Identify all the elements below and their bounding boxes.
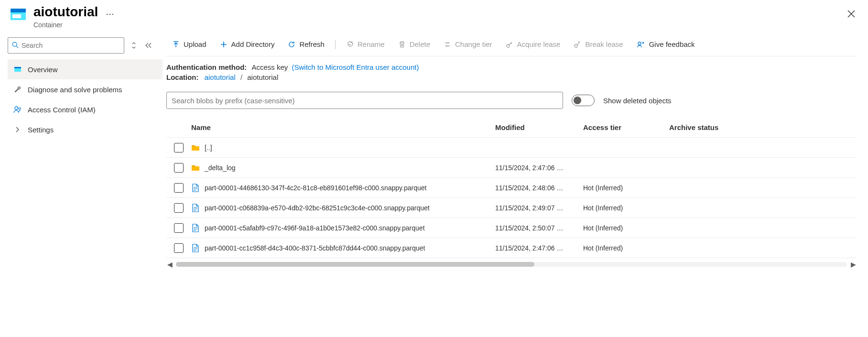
break-lease-button: Break lease — [568, 37, 629, 51]
row-modified: 11/15/2024, 2:47:06 … — [495, 244, 583, 252]
show-deleted-label: Show deleted objects — [603, 97, 672, 105]
toggle-knob — [574, 97, 581, 104]
svg-point-8 — [19, 108, 21, 109]
svg-rect-2 — [12, 14, 21, 18]
file-icon — [191, 244, 200, 252]
table-row[interactable]: part-00001-cc1c958f-d4c3-400c-8371-5cbbf… — [166, 238, 857, 258]
lease-icon — [506, 41, 513, 48]
svg-point-3 — [12, 42, 17, 46]
page-subtitle: Container — [33, 21, 98, 29]
breadcrumb-root[interactable]: aiotutorial — [205, 73, 236, 81]
upload-button[interactable]: Upload — [166, 37, 212, 51]
folder-icon — [191, 143, 200, 152]
table-row[interactable]: _delta_log11/15/2024, 2:47:06 … — [166, 158, 857, 178]
row-checkbox[interactable] — [174, 143, 184, 152]
row-checkbox[interactable] — [174, 223, 184, 233]
toolbar-label: Change tier — [455, 40, 492, 48]
row-tier: Hot (Inferred) — [583, 204, 669, 212]
col-header-tier[interactable]: Access tier — [583, 123, 669, 131]
scroll-thumb[interactable] — [176, 262, 534, 267]
trash-icon — [398, 41, 406, 48]
svg-rect-5 — [14, 67, 21, 68]
scroll-right-icon[interactable]: ▶ — [850, 261, 857, 268]
give-feedback-button[interactable]: Give feedback — [631, 37, 701, 51]
acquire-lease-button: Acquire lease — [500, 37, 566, 51]
horizontal-scrollbar[interactable]: ◀ ▶ — [166, 261, 857, 268]
sidebar-item-overview[interactable]: Overview — [8, 59, 163, 79]
table-row[interactable]: [..] — [166, 138, 857, 158]
sidebar-search[interactable] — [8, 37, 124, 54]
auth-method-label: Authentication method: — [166, 63, 247, 71]
row-modified: 11/15/2024, 2:48:06 … — [495, 184, 583, 192]
more-button[interactable]: ⋯ — [106, 9, 115, 19]
close-button[interactable] — [847, 10, 856, 20]
row-name: part-00001-cc1c958f-d4c3-400c-8371-5cbbf… — [205, 244, 425, 252]
scroll-left-icon[interactable]: ◀ — [166, 261, 173, 268]
row-checkbox[interactable] — [174, 183, 184, 193]
upload-icon — [172, 41, 180, 48]
file-icon — [191, 184, 200, 192]
toolbar-label: Add Directory — [231, 40, 275, 48]
row-name: part-00001-c5afabf9-c97c-496f-9a18-a1b0e… — [205, 224, 425, 232]
swap-icon — [444, 41, 451, 48]
sidebar-search-input[interactable] — [22, 42, 120, 49]
row-tier: Hot (Inferred) — [583, 184, 669, 192]
sidebar-item-diagnose[interactable]: Diagnose and solve problems — [8, 79, 163, 99]
search-icon — [12, 42, 19, 50]
svg-rect-0 — [11, 9, 26, 12]
sidebar: Overview Diagnose and solve problems Acc… — [0, 37, 163, 140]
svg-line-4 — [16, 46, 18, 48]
sidebar-item-settings[interactable]: Settings — [8, 120, 163, 140]
col-header-name[interactable]: Name — [189, 123, 495, 131]
collapse-sidebar-icon[interactable] — [143, 41, 153, 50]
toolbar-label: Acquire lease — [517, 40, 561, 48]
page-title: aiotutorial — [33, 4, 98, 20]
svg-point-7 — [15, 107, 18, 109]
folder-icon — [191, 163, 200, 172]
filter-row: Show deleted objects — [166, 92, 857, 109]
main-panel: Upload Add Directory Refresh Rename — [163, 37, 868, 268]
blob-search[interactable] — [166, 92, 563, 109]
sidebar-item-label: Diagnose and solve problems — [28, 86, 122, 94]
blob-table: Name Modified Access tier Archive status… — [166, 118, 857, 268]
plus-icon — [220, 41, 228, 48]
location-label: Location: — [166, 73, 199, 81]
toolbar: Upload Add Directory Refresh Rename — [166, 37, 857, 56]
row-checkbox[interactable] — [174, 243, 184, 253]
col-header-modified[interactable]: Modified — [495, 123, 583, 131]
row-checkbox[interactable] — [174, 163, 184, 173]
add-directory-button[interactable]: Add Directory — [214, 37, 281, 51]
feedback-icon — [637, 41, 645, 48]
row-name: _delta_log — [205, 164, 236, 172]
delete-button: Delete — [392, 37, 436, 51]
sidebar-item-label: Settings — [28, 126, 54, 134]
toolbar-label: Delete — [410, 40, 430, 48]
rename-icon — [346, 41, 354, 48]
row-modified: 11/15/2024, 2:49:07 … — [495, 204, 583, 212]
row-tier: Hot (Inferred) — [583, 244, 669, 252]
scroll-rail[interactable] — [176, 262, 847, 267]
container-icon — [10, 6, 27, 23]
expand-collapse-icon[interactable] — [129, 41, 139, 50]
sidebar-item-iam[interactable]: Access Control (IAM) — [8, 99, 163, 120]
auth-switch-link[interactable]: (Switch to Microsoft Entra user account) — [292, 63, 419, 71]
toolbar-label: Break lease — [585, 40, 623, 48]
row-checkbox[interactable] — [174, 203, 184, 213]
show-deleted-toggle[interactable] — [572, 95, 595, 106]
row-modified: 11/15/2024, 2:50:07 … — [495, 224, 583, 232]
row-tier: Hot (Inferred) — [583, 224, 669, 232]
chevron-right-icon — [13, 125, 22, 134]
col-header-archive[interactable]: Archive status — [669, 123, 746, 131]
refresh-button[interactable]: Refresh — [282, 37, 330, 51]
people-icon — [13, 105, 22, 114]
toolbar-label: Rename — [358, 40, 385, 48]
table-row[interactable]: part-00001-c5afabf9-c97c-496f-9a18-a1b0e… — [166, 218, 857, 238]
change-tier-button: Change tier — [438, 37, 498, 51]
table-row[interactable]: part-00001-44686130-347f-4c2c-81c8-eb891… — [166, 178, 857, 198]
sidebar-item-label: Overview — [28, 65, 58, 74]
auth-method-value: Access key — [252, 63, 288, 71]
blob-search-input[interactable] — [172, 97, 558, 105]
toolbar-label: Refresh — [299, 40, 325, 48]
row-name: part-00001-c068839a-e570-4db2-92bc-68251… — [205, 204, 430, 212]
table-row[interactable]: part-00001-c068839a-e570-4db2-92bc-68251… — [166, 198, 857, 218]
